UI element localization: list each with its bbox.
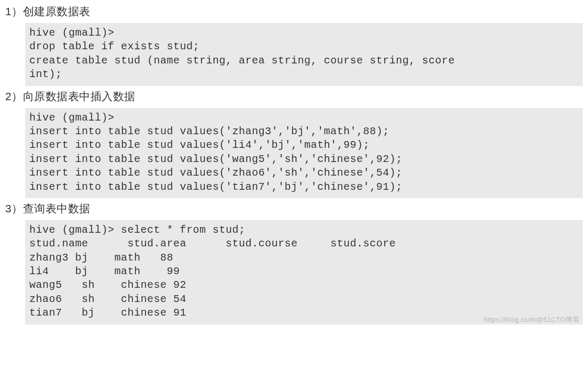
section-1: 1）创建原数据表 hive (gmall)> drop table if exi… <box>0 4 588 86</box>
code-block-2: hive (gmall)> insert into table stud val… <box>25 108 583 198</box>
section-3: 3）查询表中数据 hive (gmall)> select * from stu… <box>0 201 588 325</box>
code-block-3: hive (gmall)> select * from stud; stud.n… <box>25 220 583 325</box>
code-block-1: hive (gmall)> drop table if exists stud;… <box>25 23 583 86</box>
watermark-text: https://blog.csdn@51CTO博客 <box>484 315 580 325</box>
section-title-2: 2）向原数据表中插入数据 <box>0 89 588 104</box>
section-title-3: 3）查询表中数据 <box>0 201 588 216</box>
section-title-1: 1）创建原数据表 <box>0 4 588 19</box>
section-2: 2）向原数据表中插入数据 hive (gmall)> insert into t… <box>0 89 588 198</box>
